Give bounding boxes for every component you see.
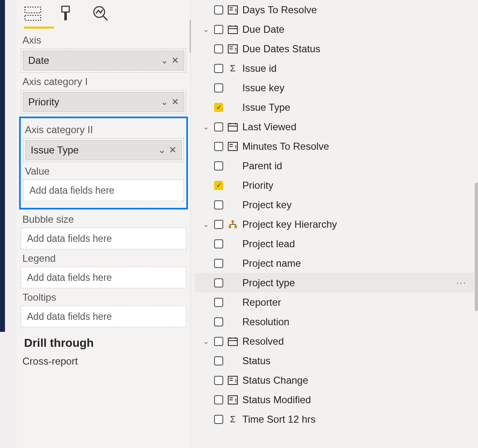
svg-rect-2 [62,6,69,12]
field-label: Days To Resolve [242,4,474,16]
chevron-down-icon[interactable]: ⌄ [156,145,167,156]
svg-line-5 [103,16,107,20]
legend-dropzone[interactable]: Add data fields here [21,267,186,288]
field-row[interactable]: ⌄Last Viewed [195,117,474,136]
field-checkbox[interactable] [214,103,223,112]
axis-pill[interactable]: Date ⌄ ✕ [23,51,184,71]
close-icon[interactable]: ✕ [170,55,180,66]
bubble-well-label: Bubble size [22,214,186,225]
field-row[interactable]: ΣIssue id [195,58,474,78]
field-checkbox[interactable] [214,25,223,34]
field-row[interactable]: Project lead [195,234,474,253]
field-row[interactable]: Resolution [195,312,474,331]
svg-rect-26 [232,220,234,223]
field-checkbox[interactable] [214,200,223,209]
field-row[interactable]: Issue key [195,78,474,97]
visualizations-panel: Axis Date ⌄ ✕ Axis category I Priority ⌄… [17,0,191,448]
field-label: Project key [242,199,474,211]
legend-placeholder: Add data fields here [27,272,112,283]
field-row[interactable]: Issue Type [195,97,474,117]
field-checkbox[interactable] [214,239,223,248]
chevron-down-icon[interactable]: ⌄ [202,337,210,346]
field-row[interactable]: Parent id [195,156,474,175]
field-checkbox[interactable] [214,64,223,73]
chevron-down-icon[interactable]: ⌄ [159,55,170,66]
sigma-icon: Σ [227,414,238,425]
field-label: Last Viewed [242,121,474,133]
field-checkbox[interactable] [214,337,223,346]
field-row[interactable]: Status [195,351,474,370]
axis-cat2-well[interactable]: Issue Type ⌄ ✕ [23,138,184,162]
field-checkbox[interactable] [214,356,223,365]
field-checkbox[interactable] [214,395,223,404]
field-label: Project key Hierarchy [242,219,474,230]
format-tab-icon[interactable] [58,5,76,22]
field-row[interactable]: ⌄Due Date [195,19,474,39]
field-row[interactable]: fxMinutes To Resolve [195,136,474,156]
axis-cat1-pill-label: Priority [28,96,159,108]
axis-well[interactable]: Date ⌄ ✕ [21,49,186,73]
tooltips-dropzone[interactable]: Add data fields here [21,306,186,327]
field-label: Reporter [242,297,474,308]
field-row[interactable]: fxStatus Modified [195,390,474,409]
field-checkbox[interactable] [214,5,223,15]
field-row[interactable]: Project name [195,253,474,273]
field-row[interactable]: fxDue Dates Status [195,39,474,58]
field-row[interactable]: ΣTime Sort 12 hrs [195,409,474,429]
field-checkbox[interactable] [214,317,223,326]
svg-rect-27 [229,226,231,228]
chevron-down-icon[interactable]: ⌄ [202,25,210,34]
field-label: Project lead [242,238,474,250]
field-checkbox[interactable] [214,181,223,190]
analytics-tab-icon[interactable] [92,5,110,22]
field-label: Project name [242,258,474,269]
more-options-icon[interactable]: ··· [456,278,474,288]
field-label: Resolved [242,336,474,347]
calc-icon: fx [227,394,238,405]
bubble-dropzone[interactable]: Add data fields here [21,228,186,249]
field-checkbox[interactable] [214,415,223,424]
calc-icon: fx [227,141,238,152]
close-icon[interactable]: ✕ [170,97,180,107]
svg-rect-1 [25,15,41,20]
field-row[interactable]: Reporter [195,292,474,312]
field-label: Due Date [242,24,474,35]
fields-tab-icon[interactable] [24,5,41,22]
svg-text:fx: fx [235,8,238,13]
field-checkbox[interactable] [214,376,223,385]
field-label: Issue Type [242,102,474,113]
axis-cat2-pill[interactable]: Issue Type ⌄ ✕ [25,140,182,160]
field-checkbox[interactable] [214,44,223,54]
field-checkbox[interactable] [214,278,223,287]
field-row[interactable]: Project type··· [195,273,474,292]
field-checkbox[interactable] [214,122,223,131]
axis-cat1-label: Axis category I [22,76,186,88]
axis-cat1-pill[interactable]: Priority ⌄ ✕ [23,92,184,112]
field-checkbox[interactable] [214,220,223,229]
chevron-down-icon[interactable]: ⌄ [159,97,170,107]
fields-panel-scrollbar[interactable] [475,183,478,311]
value-dropzone[interactable]: Add data fields here [23,180,184,201]
field-row[interactable]: ⌄Resolved [195,331,474,351]
field-row[interactable]: fxDays To Resolve [195,0,474,19]
field-row[interactable]: Project key [195,195,474,214]
close-icon[interactable]: ✕ [167,145,178,156]
chevron-down-icon[interactable]: ⌄ [202,220,210,229]
svg-rect-18 [228,124,237,131]
axis-cat1-well[interactable]: Priority ⌄ ✕ [21,90,186,114]
field-checkbox[interactable] [214,298,223,307]
field-row[interactable]: Priority [195,175,474,195]
field-label: Time Sort 12 hrs [242,414,474,425]
field-checkbox[interactable] [214,142,223,151]
viz-tabs [21,3,186,27]
fields-panel: fxDays To Resolve⌄Due DatefxDue Dates St… [191,0,478,448]
field-row[interactable]: ⌄Project key Hierarchy [195,214,474,234]
chevron-down-icon[interactable]: ⌄ [202,122,210,131]
field-label: Status [242,355,474,367]
field-checkbox[interactable] [214,83,223,93]
field-row[interactable]: fxStatus Change [195,370,474,390]
axis-cat2-label: Axis category II [25,124,184,136]
field-checkbox[interactable] [214,259,223,268]
field-checkbox[interactable] [214,161,223,170]
svg-rect-28 [234,226,237,228]
